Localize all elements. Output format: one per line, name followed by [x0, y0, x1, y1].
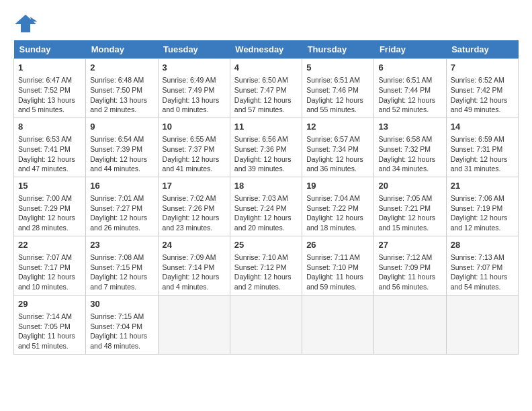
week-row: 29Sunrise: 7:14 AM Sunset: 7:05 PM Dayli… — [14, 295, 519, 354]
day-number: 23 — [90, 239, 153, 251]
day-number: 30 — [90, 298, 153, 310]
day-number: 12 — [306, 121, 369, 133]
day-number: 24 — [163, 239, 226, 251]
calendar-cell: 19Sunrise: 7:04 AM Sunset: 7:22 PM Dayli… — [302, 177, 374, 236]
calendar-cell: 14Sunrise: 6:59 AM Sunset: 7:31 PM Dayli… — [446, 118, 518, 177]
week-row: 8Sunrise: 6:53 AM Sunset: 7:41 PM Daylig… — [14, 118, 519, 177]
week-row: 1Sunrise: 6:47 AM Sunset: 7:52 PM Daylig… — [14, 59, 519, 118]
calendar-cell: 12Sunrise: 6:57 AM Sunset: 7:34 PM Dayli… — [302, 118, 374, 177]
day-info: Sunrise: 7:05 AM Sunset: 7:21 PM Dayligh… — [378, 193, 441, 233]
column-header-monday: Monday — [86, 40, 158, 59]
day-info: Sunrise: 7:12 AM Sunset: 7:09 PM Dayligh… — [378, 253, 441, 292]
calendar-cell: 29Sunrise: 7:14 AM Sunset: 7:05 PM Dayli… — [14, 295, 86, 354]
day-number: 25 — [234, 239, 298, 251]
day-number: 27 — [378, 239, 441, 251]
day-info: Sunrise: 7:07 AM Sunset: 7:17 PM Dayligh… — [18, 253, 81, 292]
svg-marker-1 — [30, 17, 38, 21]
calendar-cell: 11Sunrise: 6:56 AM Sunset: 7:36 PM Dayli… — [230, 118, 302, 177]
day-info: Sunrise: 6:56 AM Sunset: 7:36 PM Dayligh… — [234, 134, 298, 174]
day-info: Sunrise: 6:51 AM Sunset: 7:46 PM Dayligh… — [306, 75, 369, 115]
calendar-cell: 5Sunrise: 6:51 AM Sunset: 7:46 PM Daylig… — [302, 59, 374, 118]
column-header-sunday: Sunday — [14, 40, 86, 59]
day-number: 16 — [90, 180, 153, 192]
logo — [13, 13, 40, 34]
calendar-cell: 27Sunrise: 7:12 AM Sunset: 7:09 PM Dayli… — [374, 236, 446, 295]
day-info: Sunrise: 7:11 AM Sunset: 7:10 PM Dayligh… — [306, 253, 369, 292]
day-number: 29 — [18, 298, 81, 310]
column-header-friday: Friday — [374, 40, 446, 59]
day-number: 5 — [306, 62, 369, 74]
day-info: Sunrise: 7:02 AM Sunset: 7:26 PM Dayligh… — [163, 193, 226, 233]
day-number: 7 — [451, 62, 514, 74]
day-info: Sunrise: 7:15 AM Sunset: 7:04 PM Dayligh… — [90, 312, 153, 351]
day-number: 28 — [451, 239, 514, 251]
week-row: 22Sunrise: 7:07 AM Sunset: 7:17 PM Dayli… — [14, 236, 519, 295]
calendar-cell: 7Sunrise: 6:52 AM Sunset: 7:42 PM Daylig… — [446, 59, 518, 118]
day-number: 21 — [451, 180, 514, 192]
column-header-wednesday: Wednesday — [230, 40, 302, 59]
header-row: SundayMondayTuesdayWednesdayThursdayFrid… — [14, 40, 519, 59]
calendar-cell — [158, 295, 230, 354]
day-info: Sunrise: 6:49 AM Sunset: 7:49 PM Dayligh… — [163, 75, 226, 115]
day-info: Sunrise: 7:00 AM Sunset: 7:29 PM Dayligh… — [18, 193, 81, 233]
calendar-cell: 22Sunrise: 7:07 AM Sunset: 7:17 PM Dayli… — [14, 236, 86, 295]
calendar-cell: 23Sunrise: 7:08 AM Sunset: 7:15 PM Dayli… — [86, 236, 158, 295]
day-number: 14 — [451, 121, 514, 133]
day-info: Sunrise: 6:58 AM Sunset: 7:32 PM Dayligh… — [378, 134, 441, 174]
day-info: Sunrise: 7:14 AM Sunset: 7:05 PM Dayligh… — [18, 312, 81, 351]
day-info: Sunrise: 7:01 AM Sunset: 7:27 PM Dayligh… — [90, 193, 153, 233]
calendar-cell — [446, 295, 518, 354]
day-number: 6 — [378, 62, 441, 74]
day-info: Sunrise: 7:09 AM Sunset: 7:14 PM Dayligh… — [163, 253, 226, 292]
svg-marker-0 — [15, 15, 36, 32]
column-header-saturday: Saturday — [446, 40, 518, 59]
column-header-tuesday: Tuesday — [158, 40, 230, 59]
calendar-cell: 24Sunrise: 7:09 AM Sunset: 7:14 PM Dayli… — [158, 236, 230, 295]
day-number: 17 — [163, 180, 226, 192]
calendar-cell: 15Sunrise: 7:00 AM Sunset: 7:29 PM Dayli… — [14, 177, 86, 236]
day-number: 11 — [234, 121, 298, 133]
day-number: 4 — [234, 62, 298, 74]
calendar-cell — [302, 295, 374, 354]
calendar-cell: 21Sunrise: 7:06 AM Sunset: 7:19 PM Dayli… — [446, 177, 518, 236]
header — [13, 13, 519, 34]
calendar-cell: 8Sunrise: 6:53 AM Sunset: 7:41 PM Daylig… — [14, 118, 86, 177]
logo-icon — [13, 13, 38, 34]
calendar-cell: 1Sunrise: 6:47 AM Sunset: 7:52 PM Daylig… — [14, 59, 86, 118]
calendar-cell: 30Sunrise: 7:15 AM Sunset: 7:04 PM Dayli… — [86, 295, 158, 354]
day-info: Sunrise: 7:06 AM Sunset: 7:19 PM Dayligh… — [451, 193, 514, 233]
calendar-cell: 16Sunrise: 7:01 AM Sunset: 7:27 PM Dayli… — [86, 177, 158, 236]
day-number: 15 — [18, 180, 81, 192]
day-number: 22 — [18, 239, 81, 251]
calendar-cell: 2Sunrise: 6:48 AM Sunset: 7:50 PM Daylig… — [86, 59, 158, 118]
day-number: 18 — [234, 180, 298, 192]
calendar-cell: 25Sunrise: 7:10 AM Sunset: 7:12 PM Dayli… — [230, 236, 302, 295]
day-number: 9 — [90, 121, 153, 133]
day-number: 3 — [163, 62, 226, 74]
calendar-table: SundayMondayTuesdayWednesdayThursdayFrid… — [13, 40, 519, 355]
day-info: Sunrise: 7:13 AM Sunset: 7:07 PM Dayligh… — [451, 253, 514, 292]
day-number: 10 — [163, 121, 226, 133]
day-info: Sunrise: 6:47 AM Sunset: 7:52 PM Dayligh… — [18, 75, 81, 115]
day-number: 19 — [306, 180, 369, 192]
calendar-cell: 10Sunrise: 6:55 AM Sunset: 7:37 PM Dayli… — [158, 118, 230, 177]
calendar-cell: 20Sunrise: 7:05 AM Sunset: 7:21 PM Dayli… — [374, 177, 446, 236]
calendar-cell: 6Sunrise: 6:51 AM Sunset: 7:44 PM Daylig… — [374, 59, 446, 118]
calendar-cell: 13Sunrise: 6:58 AM Sunset: 7:32 PM Dayli… — [374, 118, 446, 177]
day-info: Sunrise: 7:10 AM Sunset: 7:12 PM Dayligh… — [234, 253, 298, 292]
calendar-cell — [230, 295, 302, 354]
day-info: Sunrise: 6:53 AM Sunset: 7:41 PM Dayligh… — [18, 134, 81, 174]
day-info: Sunrise: 6:50 AM Sunset: 7:47 PM Dayligh… — [234, 75, 298, 115]
day-info: Sunrise: 6:51 AM Sunset: 7:44 PM Dayligh… — [378, 75, 441, 115]
day-number: 20 — [378, 180, 441, 192]
day-info: Sunrise: 6:52 AM Sunset: 7:42 PM Dayligh… — [451, 75, 514, 115]
day-info: Sunrise: 7:04 AM Sunset: 7:22 PM Dayligh… — [306, 193, 369, 233]
day-info: Sunrise: 7:08 AM Sunset: 7:15 PM Dayligh… — [90, 253, 153, 292]
day-info: Sunrise: 6:54 AM Sunset: 7:39 PM Dayligh… — [90, 134, 153, 174]
calendar-cell: 9Sunrise: 6:54 AM Sunset: 7:39 PM Daylig… — [86, 118, 158, 177]
day-number: 2 — [90, 62, 153, 74]
calendar-cell — [374, 295, 446, 354]
day-info: Sunrise: 6:48 AM Sunset: 7:50 PM Dayligh… — [90, 75, 153, 115]
calendar-cell: 4Sunrise: 6:50 AM Sunset: 7:47 PM Daylig… — [230, 59, 302, 118]
day-info: Sunrise: 6:57 AM Sunset: 7:34 PM Dayligh… — [306, 134, 369, 174]
